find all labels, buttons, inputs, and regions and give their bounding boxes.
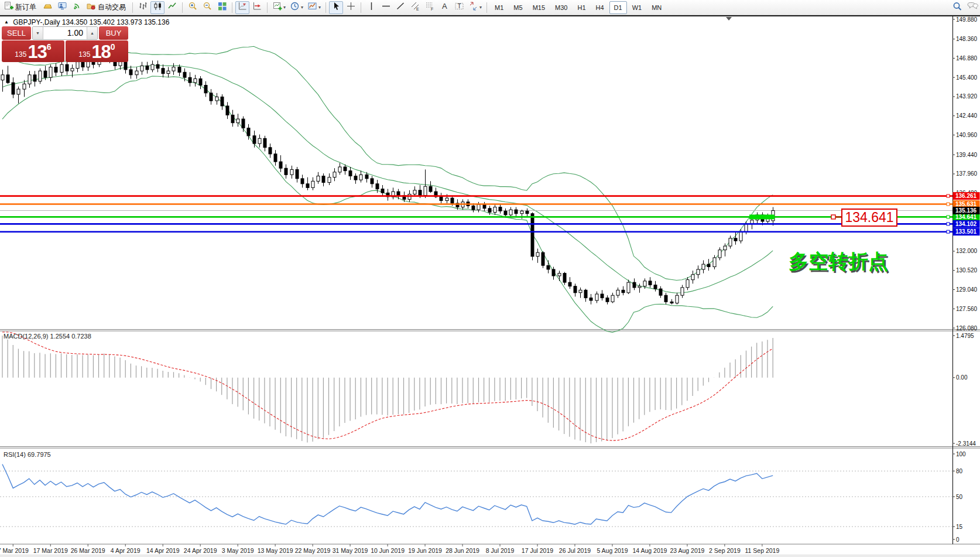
volume-down-icon[interactable]: ▼ — [33, 27, 43, 39]
chat-icon[interactable] — [965, 1, 980, 14]
text-button[interactable]: A — [437, 1, 451, 14]
chart-title: ▲ GBPJPY-,Daily 134.350 135.402 133.973 … — [4, 18, 169, 26]
timeframe-button-h4[interactable]: H4 — [591, 1, 609, 14]
volume-up-icon[interactable]: ▲ — [87, 27, 97, 39]
candlestick-button[interactable] — [150, 1, 165, 14]
price-annotation-box[interactable]: 134.641 — [841, 209, 897, 227]
svg-text:15: 15 — [956, 524, 963, 530]
autotrading-button[interactable]: 自动交易 — [84, 1, 129, 14]
svg-text:3 May 2019: 3 May 2019 — [222, 547, 254, 554]
buy-price-small: 135 — [78, 50, 90, 59]
profiles-clock-button[interactable]: ▾ — [288, 1, 305, 14]
chevron-down-icon[interactable]: ▾ — [283, 5, 286, 10]
chart-objects[interactable] — [0, 196, 952, 232]
chevron-down-icon[interactable]: ▾ — [479, 5, 482, 10]
tile-windows-button[interactable] — [215, 1, 229, 14]
rectangle-object[interactable] — [749, 214, 775, 219]
svg-text:26 Jul 2019: 26 Jul 2019 — [559, 547, 591, 554]
template-icon — [307, 1, 317, 13]
timeframe-button-m15[interactable]: M15 — [528, 1, 550, 14]
timeframe-button-mn[interactable]: MN — [647, 1, 666, 14]
auto-scroll-button[interactable] — [250, 1, 264, 14]
time-axis: 7 Mar 201917 Mar 201926 Mar 20194 Apr 20… — [0, 544, 779, 554]
sell-price-box[interactable]: 135 13 6 — [2, 40, 64, 62]
svg-text:4 Apr 2019: 4 Apr 2019 — [111, 547, 141, 554]
timeframe-button-d1[interactable]: D1 — [609, 1, 627, 14]
zoom-in-button[interactable] — [186, 1, 200, 14]
label-icon: T — [454, 1, 464, 13]
new-order-icon — [4, 1, 13, 13]
buy-price-box[interactable]: 135 18 0 — [66, 40, 128, 62]
crosshair-button[interactable] — [344, 1, 358, 14]
macd-name: MACD(12,26,9) — [4, 333, 48, 340]
chart-canvas[interactable]: 149.880148.360146.880145.400143.920142.4… — [0, 0, 980, 557]
svg-text:136.261: 136.261 — [955, 193, 977, 199]
zoom-out-icon — [203, 1, 213, 13]
toolbar-separator — [361, 2, 361, 13]
buy-button[interactable]: BUY — [99, 26, 128, 40]
chart-shift-button[interactable] — [235, 1, 249, 14]
bar-chart-button[interactable] — [136, 1, 150, 14]
svg-text:14 Aug 2019: 14 Aug 2019 — [632, 547, 667, 554]
svg-text:145.400: 145.400 — [956, 74, 978, 81]
svg-text:A: A — [442, 2, 447, 11]
svg-text:17 Jul 2019: 17 Jul 2019 — [522, 547, 553, 554]
equidistant-channel-button[interactable]: E — [408, 1, 422, 14]
bollinger-bands — [0, 46, 952, 332]
signals-icon[interactable] — [70, 1, 84, 14]
chevron-down-icon[interactable]: ▾ — [301, 5, 303, 10]
timeframe-button-m5[interactable]: M5 — [509, 1, 527, 14]
collapse-triangle-icon[interactable]: ▲ — [4, 19, 9, 25]
new-order-button[interactable]: 新订单 — [2, 1, 40, 14]
svg-text:149.880: 149.880 — [956, 16, 978, 23]
search-icon[interactable] — [950, 1, 964, 14]
macd-indicator-label: MACD(12,26,9) 1.2554 0.7238 — [4, 333, 91, 340]
timeframe-button-h1[interactable]: H1 — [573, 1, 590, 14]
svg-text:28 Jun 2019: 28 Jun 2019 — [446, 547, 479, 554]
trendline-button[interactable] — [393, 1, 407, 14]
zoom-out-button[interactable] — [200, 1, 214, 14]
chevron-down-icon[interactable]: ▾ — [318, 5, 321, 10]
line-chart-button[interactable] — [165, 1, 179, 14]
hline-icon — [381, 1, 391, 13]
timeframe-button-w1[interactable]: W1 — [628, 1, 647, 14]
svg-text:26 Mar 2019: 26 Mar 2019 — [71, 547, 105, 554]
volume-stepper: ▼ 1.00 ▲ — [32, 26, 98, 40]
volume-input[interactable]: 1.00 — [43, 27, 87, 39]
svg-text:11 Sep 2019: 11 Sep 2019 — [745, 547, 779, 554]
new-chart-button[interactable]: ▾ — [270, 1, 287, 14]
sell-price-big: 13 — [28, 42, 46, 61]
sell-button[interactable]: SELL — [2, 26, 31, 40]
rsi-line — [2, 464, 773, 525]
gold-bar-icon[interactable] — [40, 1, 54, 14]
vline-icon — [366, 1, 376, 13]
svg-text:139.440: 139.440 — [956, 152, 978, 158]
vertical-line-button[interactable] — [364, 1, 378, 14]
buy-price-sup: 0 — [111, 42, 115, 52]
svg-text:5 Aug 2019: 5 Aug 2019 — [597, 547, 628, 554]
svg-text:23 Aug 2019: 23 Aug 2019 — [670, 547, 704, 554]
arrows-icon — [468, 1, 478, 13]
sell-price-small: 135 — [15, 50, 26, 59]
gold-bar-icon — [43, 1, 53, 13]
line-icon — [167, 1, 177, 13]
svg-text:126.080: 126.080 — [956, 325, 978, 332]
svg-text:134.641: 134.641 — [955, 214, 977, 220]
cursor-button[interactable] — [329, 1, 343, 14]
fibonacci-button[interactable]: F — [423, 1, 437, 14]
line-anchor-handle[interactable] — [831, 215, 835, 219]
arrows-button[interactable]: ▾ — [467, 1, 484, 14]
timeframe-button-m30[interactable]: M30 — [550, 1, 572, 14]
horizontal-line-button[interactable] — [379, 1, 393, 14]
turning-point-note[interactable]: 多空转折点 — [789, 248, 888, 275]
svg-text:127.560: 127.560 — [956, 306, 978, 312]
svg-text:148.360: 148.360 — [956, 36, 978, 42]
macd-pane — [2, 332, 773, 443]
profile-icon[interactable] — [55, 1, 69, 14]
text-label-button[interactable]: T — [452, 1, 466, 14]
timeframe-button-m1[interactable]: M1 — [490, 1, 508, 14]
templates-button[interactable]: ▾ — [306, 1, 323, 14]
svg-text:0.00: 0.00 — [956, 374, 968, 381]
macd-values: 1.2554 0.7238 — [50, 333, 91, 340]
rsi-name: RSI(14) — [4, 451, 26, 458]
